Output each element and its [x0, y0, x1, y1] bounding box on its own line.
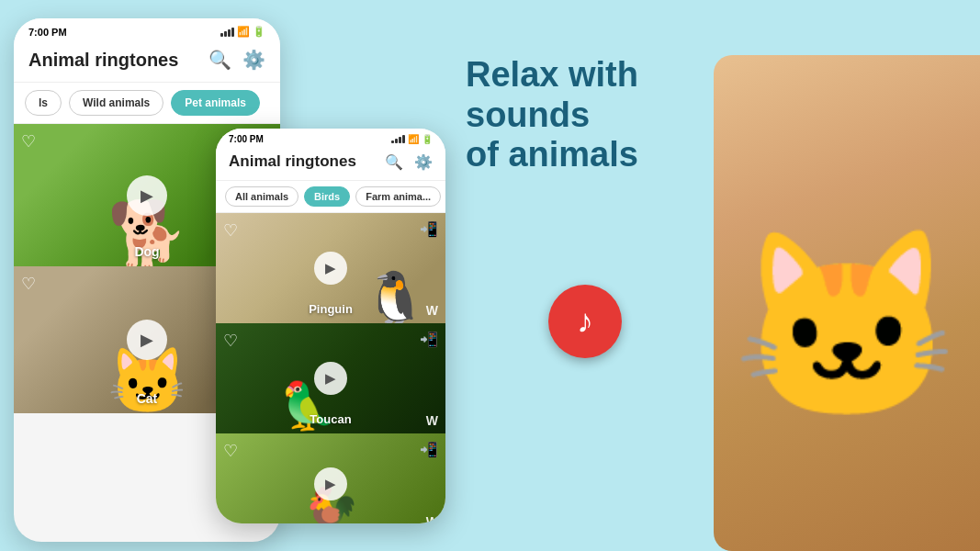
phone2-wifi-icon: 📶 [408, 134, 419, 144]
phone2-header: Animal ringtones 🔍 ⚙️ [216, 147, 445, 181]
phone1-status-icons: 📶 🔋 [220, 26, 265, 38]
phone2-search-icon[interactable]: 🔍 [385, 153, 403, 171]
toucan-play-button[interactable]: ▶ [314, 362, 347, 395]
rooster-watermark: W [426, 514, 438, 523]
phone2-status-bar: 7:00 PM 📶 🔋 [216, 129, 445, 147]
penguin-card: 🐧 ♡ 📲 ▶ Pinguin W [216, 213, 445, 323]
music-badge[interactable]: ♪ [548, 285, 622, 358]
search-icon[interactable]: 🔍 [208, 49, 231, 71]
penguin-image: 🐧 ♡ 📲 ▶ Pinguin W [216, 213, 445, 323]
hero-section: Relax with sounds of animals [466, 55, 723, 175]
rooster-image: 🐓 ♡ 📲 ▶ W [216, 433, 445, 523]
penguin-heart-icon[interactable]: ♡ [223, 220, 238, 241]
toucan-heart-icon[interactable]: ♡ [223, 331, 238, 351]
penguin-figure: 🐧 [364, 273, 427, 323]
toucan-card: 🦜 ♡ 📲 ▶ Toucan W [216, 323, 445, 433]
phone1-tabs: ls Wild animals Pet animals [14, 83, 280, 124]
phone1-app-title: Animal ringtones [28, 50, 178, 71]
phone2-signal-icon [391, 135, 405, 143]
penguin-watermark: W [426, 303, 438, 318]
music-note-icon: ♪ [577, 302, 593, 341]
phone2: 7:00 PM 📶 🔋 Animal ringtones 🔍 ⚙️ All an… [216, 129, 445, 523]
tab2-birds[interactable]: Birds [304, 186, 350, 207]
rooster-phone-icon[interactable]: 📲 [420, 441, 438, 458]
dog-heart-icon[interactable]: ♡ [21, 131, 36, 152]
phone2-time: 7:00 PM [229, 134, 264, 144]
toucan-phone-icon[interactable]: 📲 [420, 331, 438, 348]
wifi-icon: 📶 [237, 26, 250, 38]
rooster-play-button[interactable]: ▶ [314, 467, 347, 500]
rooster-card: 🐓 ♡ 📲 ▶ W [216, 433, 445, 523]
battery-icon: 🔋 [253, 26, 265, 38]
cat-heart-icon[interactable]: ♡ [21, 274, 36, 294]
tab-wild-animals[interactable]: Wild animals [69, 90, 163, 116]
tab2-farm-animals[interactable]: Farm anima... [355, 186, 441, 207]
dog-label: Dog [134, 244, 159, 259]
toucan-image: 🦜 ♡ 📲 ▶ Toucan W [216, 323, 445, 433]
rooster-heart-icon[interactable]: ♡ [223, 441, 238, 461]
penguin-play-button[interactable]: ▶ [314, 252, 347, 285]
cat-decoration: 🐱 [714, 55, 980, 551]
signal-icon [220, 28, 234, 37]
phone1-header: Animal ringtones 🔍 ⚙️ [14, 41, 280, 83]
hero-title: Relax with sounds of animals [466, 55, 723, 175]
settings-icon[interactable]: ⚙️ [242, 49, 265, 71]
dog-play-button[interactable]: ▶ [127, 175, 167, 216]
phone1-time: 7:00 PM [28, 27, 67, 38]
phone2-status-icons: 📶 🔋 [391, 134, 433, 144]
phone1-header-icons: 🔍 ⚙️ [208, 49, 265, 71]
phone2-tabs: All animals Birds Farm anima... [216, 181, 445, 213]
tab-all-animals[interactable]: ls [25, 90, 62, 116]
cat-label: Cat [137, 391, 158, 406]
phone2-app-title: Animal ringtones [229, 152, 356, 171]
penguin-label: Pinguin [309, 302, 353, 316]
cat-play-button[interactable]: ▶ [127, 320, 167, 360]
phone2-settings-icon[interactable]: ⚙️ [414, 153, 433, 171]
phone2-battery-icon: 🔋 [422, 134, 433, 144]
tab-pet-animals[interactable]: Pet animals [171, 90, 260, 116]
toucan-label: Toucan [310, 412, 351, 426]
tab2-all-animals[interactable]: All animals [225, 186, 299, 207]
hero-title-line2: of animals [466, 135, 638, 174]
phone1-status-bar: 7:00 PM 📶 🔋 [14, 18, 280, 41]
hero-title-line1: Relax with sounds [466, 55, 638, 134]
penguin-phone-icon[interactable]: 📲 [420, 220, 438, 238]
cat-emoji: 🐱 [714, 55, 980, 551]
toucan-watermark: W [426, 413, 438, 428]
phone2-header-icons: 🔍 ⚙️ [385, 153, 433, 171]
